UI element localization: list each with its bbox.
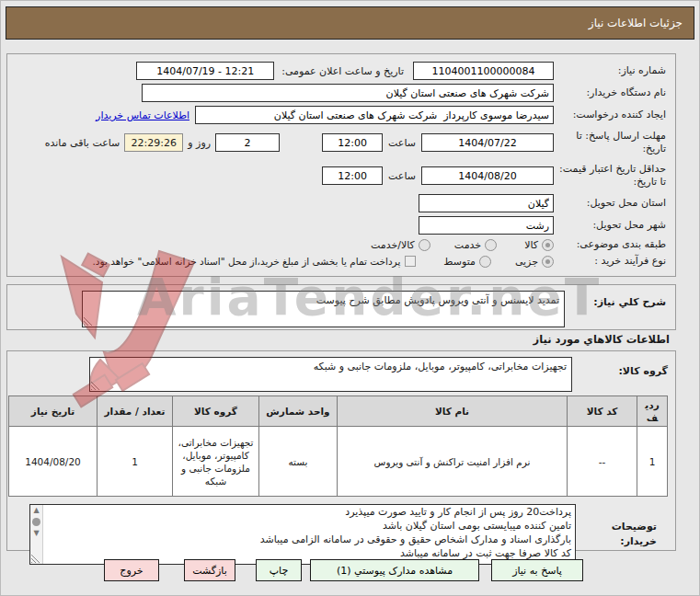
goods-table: ردیف کد کالا نام کالا واحد شمارش گروه کا… [8, 395, 668, 497]
days-remaining-input[interactable] [215, 133, 280, 152]
process-type-row: نوع فرآیند خرید : جزیی متوسط پرداخت تمام… [15, 255, 666, 268]
goods-panel: گروه کالا: تجهیزات مخابراتی، کامپیوتر، م… [6, 350, 676, 551]
radio-category-goods[interactable] [542, 239, 554, 251]
print-button[interactable]: چاپ [256, 559, 302, 581]
buyer-contact-link[interactable]: اطلاعات تماس خریدار [96, 109, 189, 121]
radio-process-medium-label: متوسط [443, 256, 476, 268]
col-header-item-code: کد کالا [568, 396, 637, 427]
resize-grip-icon[interactable] [91, 381, 100, 390]
page-title: جزئیات اطلاعات نیاز [589, 17, 683, 29]
price-validity-label: حداقل تاریخ اعتبار قیمت: تا تاریخ: [554, 163, 666, 189]
hours-remaining-label: ساعت باقی مانده [45, 137, 120, 149]
cell-need-date: 1404/08/20 [9, 427, 98, 497]
col-header-row-number: ردیف [637, 396, 668, 427]
radio-process-medium[interactable] [479, 256, 491, 268]
col-header-need-date: تاریخ نیاز [9, 396, 98, 427]
city-input[interactable] [419, 216, 554, 235]
city-row: شهر محل تحویل: [15, 216, 666, 235]
price-validity-date-input[interactable] [421, 166, 554, 185]
page-title-bar: جزئیات اطلاعات نیاز [6, 6, 694, 40]
need-description-label: شرح کلي نیاز: [565, 291, 666, 309]
validity-hour-label: ساعت [388, 170, 416, 182]
price-validity-row: حداقل تاریخ اعتبار قیمت: تا تاریخ: ساعت [15, 161, 666, 190]
province-input[interactable] [419, 194, 554, 212]
creator-input[interactable] [195, 106, 554, 124]
reply-deadline-date-input[interactable] [421, 133, 554, 152]
reply-deadline-label: مهلت ارسال پاسخ: تا تاریخ: [554, 130, 666, 156]
buyer-org-input[interactable] [142, 84, 554, 102]
goods-group-textarea[interactable]: تجهیزات مخابراتی، کامپیوتر، موبایل، ملزو… [89, 357, 572, 392]
radio-category-goods-service[interactable] [419, 239, 430, 251]
province-label: استان محل تحویل: [554, 197, 666, 210]
announce-datetime-label: تاریخ و ساعت اعلان عمومی: [281, 65, 404, 77]
radio-category-goods-label: کالا [524, 239, 538, 251]
goods-table-header-row: ردیف کد کالا نام کالا واحد شمارش گروه کا… [9, 396, 668, 427]
col-header-unit: واحد شمارش [259, 396, 338, 427]
treasury-payment-label: پرداخت تمام یا بخشی از مبلغ خرید،از محل … [92, 256, 400, 267]
category-row: طبقه بندی موضوعی: کالا خدمت کالا/خدمت [15, 238, 666, 251]
goods-group-text: تجهیزات مخابراتی، کامپیوتر، موبایل، ملزو… [95, 360, 567, 374]
goods-group-label: گروه کالا: [572, 357, 668, 378]
process-type-label: نوع فرآیند خرید : [554, 255, 666, 268]
need-number-row: شماره نیاز: تاریخ و ساعت اعلان عمومی: [15, 62, 666, 80]
treasury-payment-checkbox[interactable] [405, 256, 416, 267]
reply-deadline-time-input[interactable] [322, 133, 383, 152]
city-label: شهر محل تحویل: [554, 219, 666, 232]
view-attached-documents-button[interactable]: مشاهده مدارک پیوستي (1) [310, 559, 479, 581]
goods-group-row: گروه کالا: تجهیزات مخابراتی، کامپیوتر، م… [15, 357, 668, 392]
need-description-row: شرح کلي نیاز: تمدید لایسنس و آنتی ویروس … [15, 291, 666, 327]
buyer-notes-textarea[interactable]: پرداخت20 روز پس از انجام کار و تایید صور… [29, 504, 576, 565]
radio-process-minor-label: جزیی [515, 256, 538, 268]
back-button[interactable]: بازگشت [184, 559, 235, 581]
cell-item-name: نرم افزار امنیت تراکنش و آنتی ویروس [338, 427, 568, 497]
need-number-label: شماره نیاز: [554, 64, 666, 77]
creator-row: ایجاد کننده درخواست: اطلاعات تماس خریدار [15, 106, 666, 124]
buyer-notes-label: توضیحات خریدار: [576, 520, 668, 550]
reply-to-need-button[interactable]: پاسخ به نیاز [491, 559, 583, 581]
buyer-notes-text: پرداخت20 روز پس از انجام کار و تایید صور… [43, 505, 575, 564]
radio-category-goods-service-label: کالا/خدمت [371, 239, 415, 251]
scroll-down-icon[interactable]: ▼ [33, 529, 39, 538]
price-validity-time-input[interactable] [322, 166, 383, 185]
col-header-group: گروه کالا [173, 396, 259, 427]
cell-quantity: 1 [98, 427, 173, 497]
category-label: طبقه بندی موضوعی: [554, 238, 666, 251]
deadline-hour-label: ساعت [388, 137, 416, 149]
resize-grip-icon[interactable] [84, 316, 93, 326]
main-info-panel: شماره نیاز: تاریخ و ساعت اعلان عمومی: نا… [6, 53, 676, 277]
countdown-timer: 22:29:26 [124, 133, 183, 152]
need-description-panel: شرح کلي نیاز: تمدید لایسنس و آنتی ویروس … [6, 284, 676, 330]
scroll-up-icon[interactable]: ▲ [33, 506, 39, 515]
buyer-org-label: نام دستگاه خریدار: [554, 86, 666, 99]
col-header-quantity: تعداد / مقدار [98, 396, 173, 427]
days-and-label: روز و [188, 137, 211, 149]
cell-row-number: 1 [637, 427, 668, 497]
cell-group: تجهیزات مخابراتی، کامپیوتر، موبایل، ملزو… [173, 427, 259, 497]
province-row: استان محل تحویل: [15, 194, 666, 212]
scrollbar-thumb[interactable] [32, 518, 40, 526]
radio-category-service-label: خدمت [454, 239, 481, 251]
col-header-item-name: نام کالا [338, 396, 568, 427]
need-description-textarea[interactable]: تمدید لایسنس و آنتی ویروس پادویش مطابق ش… [82, 291, 565, 327]
exit-button[interactable]: خروج [104, 559, 159, 581]
buyer-org-row: نام دستگاه خریدار: [15, 84, 666, 102]
need-description-text: تمدید لایسنس و آنتی ویروس پادویش مطابق ش… [87, 293, 559, 308]
action-button-row: پاسخ به نیاز مشاهده مدارک پیوستي (1) چاپ… [1, 559, 699, 581]
radio-category-service[interactable] [485, 239, 497, 251]
announce-datetime-input[interactable] [136, 62, 274, 80]
reply-deadline-row: مهلت ارسال پاسخ: تا تاریخ: ساعت روز و 22… [15, 128, 666, 157]
radio-process-minor[interactable] [542, 256, 554, 268]
cell-unit: بسته [259, 427, 338, 497]
tender-details-page: { "header": { "title": "جزئیات اطلاعات ن… [0, 0, 700, 596]
goods-table-row: 1 -- نرم افزار امنیت تراکنش و آنتی ویروس… [9, 427, 668, 497]
creator-label: ایجاد کننده درخواست: [554, 109, 666, 121]
need-number-input[interactable] [413, 62, 554, 80]
cell-item-code: -- [568, 427, 637, 497]
buyer-notes-row: توضیحات خریدار: پرداخت20 روز پس از انجام… [15, 504, 668, 565]
goods-section-heading: اطلاعات کالاهاي مورد نیاز [534, 333, 670, 346]
